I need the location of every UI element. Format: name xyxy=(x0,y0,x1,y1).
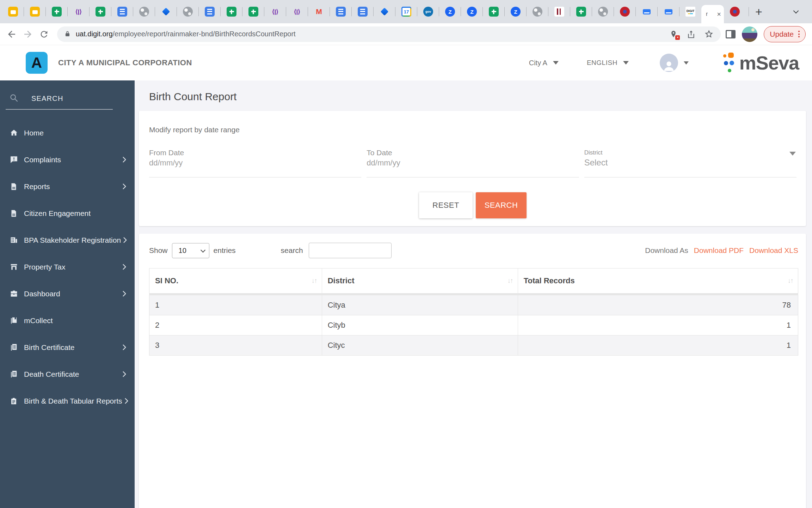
location-pin-icon[interactable]: × xyxy=(669,30,678,39)
sidebar-item-bpa-stakeholder-registration[interactable]: BPA Stakeholder Registration xyxy=(0,227,135,254)
search-button[interactable]: SEARCH xyxy=(476,192,527,218)
sidebar-item-birth-death-tabular-reports[interactable]: Birth & Death Tabular Reports xyxy=(0,388,135,415)
user-avatar[interactable] xyxy=(660,54,678,72)
download-xls-link[interactable]: Download XLS xyxy=(749,246,798,255)
pinned-tab[interactable] xyxy=(658,0,679,23)
sidebar-item-birth-certificate[interactable]: Birth Certificate xyxy=(0,334,135,361)
sidebar-item-property-tax[interactable]: Property Tax xyxy=(0,254,135,280)
table-row[interactable]: 2Cityb1 xyxy=(149,315,798,335)
back-button[interactable] xyxy=(4,26,20,42)
to-date-label: To Date xyxy=(367,148,579,157)
pinned-tab[interactable] xyxy=(614,0,636,23)
update-button[interactable]: Update xyxy=(764,26,806,42)
tab-close-icon[interactable]: × xyxy=(717,11,721,18)
city-select[interactable]: City A xyxy=(529,59,559,67)
reset-button[interactable]: RESET xyxy=(419,192,473,218)
sidebar-item-home[interactable]: Home xyxy=(0,120,135,146)
pinned-tab[interactable] xyxy=(724,0,746,23)
code-favicon: ⟨|⟩ xyxy=(292,7,302,17)
pinned-tab[interactable] xyxy=(636,0,658,23)
pinned-tab[interactable] xyxy=(2,0,24,23)
pinned-tab[interactable] xyxy=(46,0,68,23)
entries-select[interactable]: 10 xyxy=(172,243,209,258)
search-icon xyxy=(9,93,19,104)
pinned-tab[interactable] xyxy=(111,0,133,23)
org-name: CITY A MUNICIPAL CORPORATION xyxy=(58,58,192,67)
sidebar-item-label: Property Tax xyxy=(24,263,66,271)
pinned-tab[interactable] xyxy=(374,0,395,23)
url-text: uat.digit.org/employee/report/rainmaker-… xyxy=(76,30,296,38)
sidebar-item-death-certificate[interactable]: Death Certificate xyxy=(0,361,135,388)
sort-icon[interactable]: ↓↑ xyxy=(508,277,513,285)
sidebar-item-mcollect[interactable]: mCollect xyxy=(0,307,135,334)
pinned-tab[interactable] xyxy=(483,0,505,23)
sidebar-search[interactable]: SEARCH xyxy=(0,93,135,104)
sort-icon[interactable]: ↓↑ xyxy=(788,277,793,285)
pinned-tab[interactable]: M xyxy=(308,0,330,23)
clipboard-icon xyxy=(9,397,18,405)
to-date-field[interactable]: To Date dd/mm/yy xyxy=(367,148,579,177)
sidebar-toggle-icon[interactable] xyxy=(726,30,736,38)
sidebar-items: HomeComplaintsReportsCitizen EngagementB… xyxy=(0,120,135,415)
building-icon xyxy=(9,236,18,244)
column-header-total-records[interactable]: Total Records↓↑ xyxy=(518,268,798,295)
sidebar-item-label: Home xyxy=(24,129,44,137)
pinned-tab[interactable] xyxy=(90,0,111,23)
browser-menu-dots-icon[interactable] xyxy=(798,31,800,37)
pinned-tab[interactable] xyxy=(155,0,177,23)
pinned-tab[interactable]: 17 xyxy=(395,0,417,23)
table-row[interactable]: 1Citya78 xyxy=(149,294,798,315)
sheets-favicon xyxy=(248,7,258,17)
sort-icon[interactable]: ↓↑ xyxy=(312,277,317,285)
pinned-tab[interactable] xyxy=(199,0,221,23)
tab-search-chevron-icon[interactable] xyxy=(789,0,803,23)
reload-button[interactable] xyxy=(36,26,52,42)
pinned-tab[interactable]: ⟨|⟩ xyxy=(68,0,90,23)
share-icon[interactable] xyxy=(687,30,696,39)
pinned-tab[interactable]: Z xyxy=(439,0,461,23)
address-bar[interactable]: uat.digit.org/employee/report/rainmaker-… xyxy=(57,26,721,42)
sidebar-item-reports[interactable]: Reports xyxy=(0,173,135,200)
sidebar-search-label: SEARCH xyxy=(31,95,63,103)
pinned-tab[interactable]: Z xyxy=(461,0,483,23)
pinned-tab[interactable] xyxy=(177,0,199,23)
forward-button[interactable] xyxy=(20,26,36,42)
browser-profile-avatar[interactable] xyxy=(742,26,757,42)
pinned-tab[interactable] xyxy=(548,0,570,23)
language-select[interactable]: ENGLISH xyxy=(587,59,629,67)
globe-favicon xyxy=(183,7,193,17)
pinned-tab[interactable] xyxy=(133,0,155,23)
column-header-slno[interactable]: SI NO.↓↑ xyxy=(149,268,322,295)
pinned-tab[interactable] xyxy=(330,0,352,23)
pinned-tab[interactable]: Z xyxy=(505,0,527,23)
sidebar-item-complaints[interactable]: Complaints xyxy=(0,146,135,173)
pinned-tab[interactable] xyxy=(592,0,614,23)
new-tab-button[interactable]: + xyxy=(752,0,766,23)
download-pdf-link[interactable]: Download PDF xyxy=(694,246,744,255)
pinned-tab[interactable] xyxy=(527,0,548,23)
pinned-tab[interactable]: gov xyxy=(417,0,439,23)
from-date-field[interactable]: From Date dd/mm/yy xyxy=(149,148,361,177)
table-row[interactable]: 3Cityc1 xyxy=(149,335,798,356)
pinned-tab[interactable] xyxy=(24,0,46,23)
pinned-tab[interactable] xyxy=(221,0,242,23)
sheets-favicon xyxy=(52,7,62,17)
bookmark-star-icon[interactable] xyxy=(704,29,714,39)
sidebar-item-citizen-engagement[interactable]: Citizen Engagement xyxy=(0,200,135,227)
pinned-tab[interactable] xyxy=(242,0,264,23)
pinned-tab[interactable]: DIGIT xyxy=(679,0,701,23)
active-tab[interactable]: r × xyxy=(701,5,724,23)
mseva-brand-text: mSeva xyxy=(739,52,799,74)
sidebar-item-label: Complaints xyxy=(24,156,61,164)
pinned-tab[interactable]: ⟨|⟩ xyxy=(286,0,308,23)
sidebar-item-dashboard[interactable]: Dashboard xyxy=(0,280,135,307)
column-header-district[interactable]: District↓↑ xyxy=(322,268,518,295)
table-search-input[interactable] xyxy=(309,243,392,258)
district-select[interactable]: District Select xyxy=(584,148,796,177)
user-menu[interactable] xyxy=(660,54,689,72)
chevron-right-icon xyxy=(120,343,128,351)
pinned-tab[interactable] xyxy=(570,0,592,23)
pinned-tab[interactable]: ⟨|⟩ xyxy=(264,0,286,23)
pinned-tab[interactable] xyxy=(352,0,374,23)
sidebar-item-label: Citizen Engagement xyxy=(24,209,91,218)
